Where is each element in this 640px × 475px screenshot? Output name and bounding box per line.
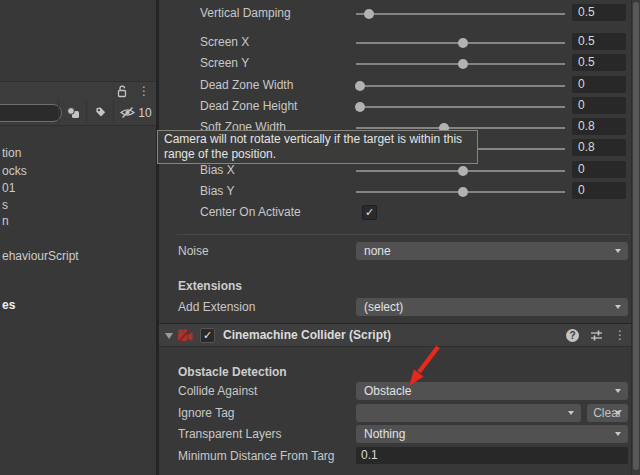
field-label: Dead Zone Width — [200, 78, 293, 92]
component-title: Cinemachine Collider (Script) — [223, 328, 391, 342]
field-value: 0.1 — [361, 448, 378, 462]
slider-row: Bias Y0 — [159, 182, 640, 200]
left-panel-header: ⋮ — [0, 81, 156, 100]
obstacle-detection-header-row: Obstacle Detection — [159, 363, 640, 381]
component-enabled-checkbox[interactable]: ✓ — [200, 328, 215, 343]
clear-button[interactable]: Clear — [587, 404, 628, 422]
field-label: Center On Activate — [200, 205, 301, 219]
slider-knob[interactable] — [458, 187, 468, 197]
value-field[interactable]: 0 — [572, 97, 626, 114]
scrollbar-track[interactable] — [631, 0, 640, 475]
component-menu-kebab-icon[interactable]: ⋮ — [614, 330, 626, 340]
list-item[interactable]: tion — [0, 145, 21, 161]
field-label: Bias Y — [200, 184, 234, 198]
slider-row: Dead Zone Height0 — [159, 97, 640, 115]
value-field[interactable]: 0.5 — [572, 33, 626, 50]
inspector-panel: Vertical Damping0.5Screen X0.5Screen Y0.… — [159, 0, 640, 475]
slider-track[interactable] — [356, 106, 565, 108]
min-distance-row: Minimum Distance From Targ 0.1 — [159, 447, 640, 465]
component-header[interactable]: ✓ Cinemachine Collider (Script) ? ⋮ — [159, 323, 631, 347]
hierarchy-list: tionocks01snehaviourScriptes — [0, 126, 156, 475]
slider-row: Dead Zone Width0 — [159, 76, 640, 94]
scrollbar-thumb[interactable] — [633, 2, 639, 470]
list-item[interactable]: 01 — [0, 180, 15, 196]
list-item[interactable]: n — [0, 213, 9, 229]
field-label: Collide Against — [178, 384, 257, 398]
help-icon[interactable]: ? — [566, 329, 579, 342]
dropdown-value: none — [364, 244, 391, 258]
left-panel: ⋮ 10 tionocks01snehaviourScriptes — [0, 0, 156, 475]
hidden-count: 10 — [138, 106, 151, 120]
slider-knob[interactable] — [458, 166, 468, 176]
slider-knob[interactable] — [355, 102, 365, 112]
slider-knob[interactable] — [355, 81, 365, 91]
button-label: Clear — [593, 406, 622, 420]
foldout-triangle-icon[interactable] — [165, 333, 173, 339]
field-label: Ignore Tag — [178, 406, 235, 420]
field-label: Add Extension — [178, 300, 255, 314]
dropdown-value: Obstacle — [364, 384, 411, 398]
section-header: Extensions — [178, 279, 242, 293]
slider-track[interactable] — [356, 127, 565, 129]
slider-track[interactable] — [356, 191, 565, 193]
min-distance-input[interactable]: 0.1 — [356, 447, 628, 464]
slider-track[interactable] — [356, 13, 565, 15]
add-extension-dropdown[interactable]: (select) — [356, 298, 628, 316]
menu-kebab-icon[interactable]: ⋮ — [138, 86, 150, 96]
field-label: Bias X — [200, 163, 235, 177]
search-input[interactable] — [0, 104, 62, 122]
tooltip: Camera will not rotate vertically if the… — [157, 130, 478, 164]
value-field[interactable]: 0.8 — [572, 118, 626, 135]
field-label: Vertical Damping — [200, 6, 291, 20]
value-field[interactable]: 0 — [572, 76, 626, 93]
transparent-layers-row: Transparent Layers Nothing — [159, 425, 640, 443]
question-mark: ? — [569, 330, 575, 341]
noise-dropdown[interactable]: none — [356, 242, 628, 260]
value-field[interactable]: 0 — [572, 161, 626, 178]
field-label: Transparent Layers — [178, 427, 282, 441]
slider-row: Screen X0.5 — [159, 33, 640, 51]
unlock-icon[interactable] — [116, 85, 128, 98]
slider-track[interactable] — [356, 85, 565, 87]
center-on-activate-row: Center On Activate ✓ — [159, 203, 640, 221]
slider-knob[interactable] — [458, 59, 468, 69]
noise-row: Noise none — [159, 242, 640, 260]
ignore-tag-dropdown[interactable] — [356, 404, 581, 422]
section-separator — [177, 234, 630, 235]
list-item[interactable]: s — [0, 197, 8, 213]
check-mark: ✓ — [365, 206, 374, 218]
filter-by-type-button[interactable] — [58, 100, 86, 125]
add-extension-row: Add Extension (select) — [159, 298, 640, 316]
collide-against-row: Collide Against Obstacle — [159, 382, 640, 400]
dropdown-value: (select) — [364, 300, 403, 314]
slider-knob[interactable] — [458, 38, 468, 48]
transparent-layers-dropdown[interactable]: Nothing — [356, 425, 628, 443]
presets-icon[interactable] — [590, 329, 603, 342]
filter-by-type-icon — [66, 106, 80, 119]
value-field[interactable]: 0 — [572, 182, 626, 199]
field-label: Dead Zone Height — [200, 99, 297, 113]
dropdown-value: Nothing — [364, 427, 405, 441]
section-header: Obstacle Detection — [178, 365, 287, 379]
cinemachine-icon — [177, 328, 194, 344]
center-on-activate-checkbox[interactable]: ✓ — [362, 205, 377, 220]
value-field[interactable]: 0.8 — [572, 139, 626, 156]
list-item[interactable]: ocks — [0, 163, 27, 179]
slider-track[interactable] — [356, 170, 565, 172]
list-item[interactable]: es — [0, 297, 15, 313]
slider-row: Screen Y0.5 — [159, 54, 640, 72]
value-field[interactable]: 0.5 — [572, 54, 626, 71]
filter-by-label-button[interactable] — [86, 100, 113, 125]
eye-off-icon — [119, 106, 136, 119]
scene-visibility-button[interactable]: 10 — [113, 100, 157, 125]
collide-against-dropdown[interactable]: Obstacle — [356, 382, 628, 400]
slider-track[interactable] — [356, 63, 565, 65]
value-field[interactable]: 0.5 — [572, 4, 626, 21]
slider-track[interactable] — [356, 42, 565, 44]
field-label: Screen X — [200, 35, 249, 49]
slider-knob[interactable] — [364, 9, 374, 19]
left-panel-search-bar: 10 — [0, 100, 156, 126]
list-item[interactable]: ehaviourScript — [0, 248, 79, 264]
extensions-header-row: Extensions — [159, 277, 640, 295]
check-mark: ✓ — [203, 329, 212, 341]
